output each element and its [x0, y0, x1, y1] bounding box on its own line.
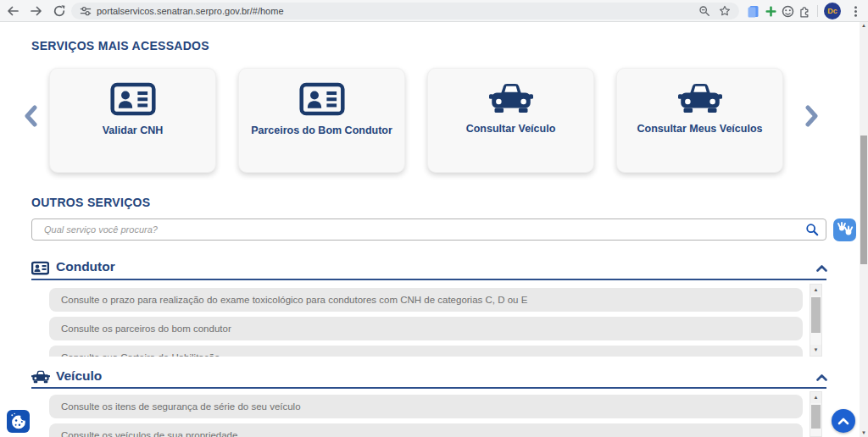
- list-item-label: Consulte o prazo para realização do exam…: [49, 288, 803, 312]
- bookmark-star-icon[interactable]: [719, 5, 731, 17]
- scroll-down-arrow[interactable]: ▼: [810, 345, 821, 356]
- back-icon[interactable]: [7, 5, 19, 17]
- scrollbar-thumb[interactable]: [860, 136, 867, 264]
- list-item-label: Consulte os veículos de sua propriedade: [49, 423, 803, 437]
- list-item[interactable]: Consulte sua Carteira de Habilitação: [49, 346, 803, 357]
- service-cards: Validar CNH Parceiros do Bom Condutor: [49, 68, 783, 173]
- cookie-consent-button[interactable]: [7, 410, 30, 433]
- list-scrollbar[interactable]: ▲ ▼: [810, 284, 822, 357]
- zoom-icon[interactable]: [698, 5, 710, 17]
- list-item-label: Consulte sua Carteira de Habilitação: [49, 346, 803, 357]
- address-bar[interactable]: portalservicos.senatran.serpro.gov.br/#/…: [71, 3, 739, 19]
- scroll-up-arrow[interactable]: ▲: [810, 392, 821, 403]
- veiculo-service-list: Consulte os itens de segurança de série …: [31, 391, 826, 437]
- section-divider: [31, 279, 826, 280]
- forward-icon[interactable]: [31, 5, 42, 17]
- extension-face-icon[interactable]: [782, 5, 794, 18]
- id-card-icon: [110, 81, 156, 117]
- url-text[interactable]: portalservicos.senatran.serpro.gov.br/#/…: [97, 3, 284, 19]
- list-item[interactable]: Consulte os veículos de sua propriedade: [49, 423, 803, 437]
- reload-icon[interactable]: [53, 5, 65, 17]
- id-card-icon: [299, 81, 345, 117]
- site-settings-icon[interactable]: [80, 5, 92, 17]
- scrollbar-thumb[interactable]: [811, 297, 821, 333]
- vlibras-accessibility-button[interactable]: [833, 218, 856, 241]
- id-card-icon: [31, 261, 49, 275]
- extension-page-icon[interactable]: [747, 5, 760, 18]
- browser-toolbar: portalservicos.senatran.serpro.gov.br/#/…: [0, 0, 868, 22]
- page-scrollbar[interactable]: ▲ ▼: [860, 22, 868, 437]
- vlibras-hands-icon: [835, 219, 855, 240]
- profile-avatar[interactable]: Dc: [824, 3, 841, 19]
- carousel-prev-button[interactable]: [23, 105, 40, 127]
- carousel-next-button[interactable]: [803, 105, 820, 127]
- list-item-label: Consulte os itens de segurança de série …: [49, 395, 803, 418]
- search-icon[interactable]: [805, 223, 819, 236]
- extension-add-icon[interactable]: [765, 5, 777, 18]
- card-label: Consultar Meus Veículos: [637, 123, 763, 135]
- card-label: Parceiros do Bom Condutor: [251, 124, 392, 136]
- menu-dots-icon[interactable]: [849, 5, 862, 18]
- scroll-to-top-button[interactable]: [832, 409, 855, 433]
- browser-window: portalservicos.senatran.serpro.gov.br/#/…: [0, 0, 868, 437]
- section-header-condutor[interactable]: Condutor: [31, 258, 826, 279]
- chevron-up-icon: [837, 418, 849, 425]
- card-validar-cnh[interactable]: Validar CNH: [49, 68, 216, 173]
- extensions-puzzle-icon[interactable]: [798, 5, 811, 18]
- service-search: [31, 218, 826, 241]
- car-icon: [31, 370, 50, 384]
- card-label: Consultar Veículo: [466, 123, 556, 135]
- section-title: Condutor: [56, 259, 115, 274]
- section-title: Veículo: [56, 368, 102, 384]
- chevron-up-icon[interactable]: [816, 265, 827, 272]
- cookie-icon: [8, 412, 28, 431]
- other-services-title: OUTROS SERVIÇOS: [31, 196, 150, 209]
- car-icon: [678, 81, 722, 115]
- card-label: Validar CNH: [103, 124, 164, 136]
- car-icon: [489, 81, 533, 115]
- toolbar-separator: [817, 5, 818, 17]
- list-item-label: Consulte os parceiros do bom condutor: [49, 317, 803, 340]
- scroll-down-arrow[interactable]: ▼: [860, 430, 868, 435]
- card-parceiros-bom-condutor[interactable]: Parceiros do Bom Condutor: [238, 68, 405, 173]
- list-item[interactable]: Consulte o prazo para realização do exam…: [49, 288, 803, 312]
- list-scrollbar[interactable]: ▲: [810, 391, 822, 437]
- scroll-up-arrow[interactable]: ▲: [810, 285, 821, 296]
- list-item[interactable]: Consulte os parceiros do bom condutor: [49, 317, 803, 340]
- scroll-up-arrow[interactable]: ▲: [860, 23, 868, 28]
- section-header-veiculo[interactable]: Veículo: [31, 368, 826, 388]
- list-item[interactable]: Consulte os itens de segurança de série …: [49, 395, 803, 418]
- card-consultar-meus-veiculos[interactable]: Consultar Meus Veículos: [616, 68, 783, 173]
- search-input[interactable]: [31, 218, 826, 241]
- condutor-service-list: Consulte o prazo para realização do exam…: [31, 284, 826, 357]
- scrollbar-thumb[interactable]: [811, 405, 821, 429]
- card-consultar-veiculo[interactable]: Consultar Veículo: [427, 68, 594, 173]
- most-accessed-title: SERVIÇOS MAIS ACESSADOS: [31, 39, 209, 53]
- section-divider: [31, 387, 826, 389]
- chevron-up-icon[interactable]: [816, 374, 827, 381]
